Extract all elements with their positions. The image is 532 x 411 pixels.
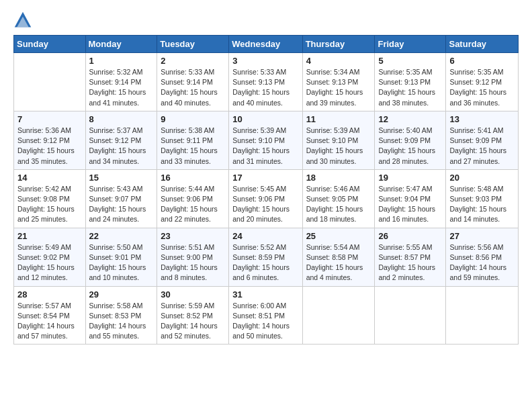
day-info: Sunrise: 5:44 AM Sunset: 9:06 PM Dayligh… (161, 184, 225, 225)
weekday-header-thursday: Thursday (302, 36, 375, 53)
day-number: 8 (89, 114, 154, 124)
calendar-cell: 5Sunrise: 5:35 AM Sunset: 9:13 PM Daylig… (375, 53, 446, 111)
week-row-4: 21Sunrise: 5:49 AM Sunset: 9:02 PM Dayli… (14, 228, 519, 286)
day-number: 15 (89, 173, 154, 183)
day-info: Sunrise: 5:46 AM Sunset: 9:05 PM Dayligh… (306, 184, 371, 225)
day-info: Sunrise: 5:47 AM Sunset: 9:04 PM Dayligh… (378, 184, 442, 225)
day-info: Sunrise: 5:41 AM Sunset: 9:09 PM Dayligh… (449, 126, 515, 167)
day-info: Sunrise: 5:34 AM Sunset: 9:13 PM Dayligh… (306, 67, 371, 108)
calendar-cell: 14Sunrise: 5:42 AM Sunset: 9:08 PM Dayli… (14, 169, 86, 228)
week-row-3: 14Sunrise: 5:42 AM Sunset: 9:08 PM Dayli… (14, 169, 519, 228)
calendar-cell: 7Sunrise: 5:36 AM Sunset: 9:12 PM Daylig… (14, 111, 86, 169)
calendar-cell: 10Sunrise: 5:39 AM Sunset: 9:10 PM Dayli… (229, 111, 302, 169)
week-row-2: 7Sunrise: 5:36 AM Sunset: 9:12 PM Daylig… (14, 111, 519, 169)
day-number: 14 (17, 173, 82, 183)
day-info: Sunrise: 5:42 AM Sunset: 9:08 PM Dayligh… (17, 184, 82, 225)
day-number: 3 (232, 56, 298, 66)
day-info: Sunrise: 5:37 AM Sunset: 9:12 PM Dayligh… (89, 126, 154, 167)
calendar-cell: 17Sunrise: 5:45 AM Sunset: 9:06 PM Dayli… (229, 169, 302, 228)
calendar-cell: 21Sunrise: 5:49 AM Sunset: 9:02 PM Dayli… (14, 228, 86, 286)
day-info: Sunrise: 5:58 AM Sunset: 8:53 PM Dayligh… (89, 301, 154, 342)
day-info: Sunrise: 5:35 AM Sunset: 9:13 PM Dayligh… (378, 67, 442, 108)
day-number: 12 (378, 114, 442, 124)
logo (13, 11, 35, 30)
calendar-cell: 9Sunrise: 5:38 AM Sunset: 9:11 PM Daylig… (157, 111, 229, 169)
day-info: Sunrise: 5:40 AM Sunset: 9:09 PM Dayligh… (378, 126, 442, 167)
day-info: Sunrise: 5:56 AM Sunset: 8:56 PM Dayligh… (449, 242, 515, 283)
calendar-cell (302, 286, 375, 345)
calendar-cell: 6Sunrise: 5:35 AM Sunset: 9:12 PM Daylig… (446, 53, 519, 111)
weekday-header-monday: Monday (85, 36, 157, 53)
weekday-header-row: SundayMondayTuesdayWednesdayThursdayFrid… (14, 36, 519, 53)
calendar-cell: 16Sunrise: 5:44 AM Sunset: 9:06 PM Dayli… (157, 169, 229, 228)
day-info: Sunrise: 5:55 AM Sunset: 8:57 PM Dayligh… (378, 242, 442, 283)
day-number: 25 (306, 231, 371, 241)
calendar-cell: 25Sunrise: 5:54 AM Sunset: 8:58 PM Dayli… (302, 228, 375, 286)
day-info: Sunrise: 5:49 AM Sunset: 9:02 PM Dayligh… (17, 242, 82, 283)
day-info: Sunrise: 5:38 AM Sunset: 9:11 PM Dayligh… (161, 126, 225, 167)
calendar-cell: 12Sunrise: 5:40 AM Sunset: 9:09 PM Dayli… (375, 111, 446, 169)
calendar-cell: 2Sunrise: 5:33 AM Sunset: 9:14 PM Daylig… (157, 53, 229, 111)
day-number: 29 (89, 289, 154, 300)
day-info: Sunrise: 5:54 AM Sunset: 8:58 PM Dayligh… (306, 242, 371, 283)
day-number: 13 (449, 114, 515, 124)
calendar-cell: 4Sunrise: 5:34 AM Sunset: 9:13 PM Daylig… (302, 53, 375, 111)
day-number: 24 (232, 231, 298, 241)
calendar-cell: 13Sunrise: 5:41 AM Sunset: 9:09 PM Dayli… (446, 111, 519, 169)
calendar-cell: 15Sunrise: 5:43 AM Sunset: 9:07 PM Dayli… (85, 169, 157, 228)
day-info: Sunrise: 5:39 AM Sunset: 9:10 PM Dayligh… (306, 126, 371, 167)
day-info: Sunrise: 5:32 AM Sunset: 9:14 PM Dayligh… (89, 67, 154, 108)
calendar-cell: 24Sunrise: 5:52 AM Sunset: 8:59 PM Dayli… (229, 228, 302, 286)
weekday-header-sunday: Sunday (14, 36, 86, 53)
day-info: Sunrise: 5:51 AM Sunset: 9:00 PM Dayligh… (161, 242, 225, 283)
day-info: Sunrise: 5:33 AM Sunset: 9:13 PM Dayligh… (232, 67, 298, 108)
day-number: 7 (17, 114, 82, 124)
day-info: Sunrise: 5:33 AM Sunset: 9:14 PM Dayligh… (161, 67, 225, 108)
day-info: Sunrise: 5:50 AM Sunset: 9:01 PM Dayligh… (89, 242, 154, 283)
calendar-cell (446, 286, 519, 345)
calendar-cell: 11Sunrise: 5:39 AM Sunset: 9:10 PM Dayli… (302, 111, 375, 169)
day-number: 11 (306, 114, 371, 124)
day-number: 18 (306, 173, 371, 183)
day-info: Sunrise: 5:43 AM Sunset: 9:07 PM Dayligh… (89, 184, 154, 225)
day-number: 17 (232, 173, 298, 183)
calendar-cell: 29Sunrise: 5:58 AM Sunset: 8:53 PM Dayli… (85, 286, 157, 345)
header (13, 11, 519, 30)
week-row-1: 1Sunrise: 5:32 AM Sunset: 9:14 PM Daylig… (14, 53, 519, 111)
page: SundayMondayTuesdayWednesdayThursdayFrid… (0, 0, 532, 355)
calendar-cell (14, 53, 86, 111)
day-number: 9 (161, 114, 225, 124)
day-number: 10 (232, 114, 298, 124)
generalblue-logo-icon (13, 11, 32, 30)
day-info: Sunrise: 5:52 AM Sunset: 8:59 PM Dayligh… (232, 242, 298, 283)
day-number: 20 (449, 173, 515, 183)
weekday-header-tuesday: Tuesday (157, 36, 229, 53)
calendar-table: SundayMondayTuesdayWednesdayThursdayFrid… (13, 35, 519, 345)
day-number: 23 (161, 231, 225, 241)
day-number: 16 (161, 173, 225, 183)
day-number: 31 (232, 289, 298, 300)
calendar-cell: 1Sunrise: 5:32 AM Sunset: 9:14 PM Daylig… (85, 53, 157, 111)
calendar-cell: 3Sunrise: 5:33 AM Sunset: 9:13 PM Daylig… (229, 53, 302, 111)
day-number: 5 (378, 56, 442, 66)
calendar-cell: 18Sunrise: 5:46 AM Sunset: 9:05 PM Dayli… (302, 169, 375, 228)
day-number: 27 (449, 231, 515, 241)
day-number: 26 (378, 231, 442, 241)
calendar-cell (375, 286, 446, 345)
day-info: Sunrise: 5:59 AM Sunset: 8:52 PM Dayligh… (161, 301, 225, 342)
weekday-header-friday: Friday (375, 36, 446, 53)
calendar-cell: 8Sunrise: 5:37 AM Sunset: 9:12 PM Daylig… (85, 111, 157, 169)
day-number: 22 (89, 231, 154, 241)
calendar-cell: 23Sunrise: 5:51 AM Sunset: 9:00 PM Dayli… (157, 228, 229, 286)
weekday-header-wednesday: Wednesday (229, 36, 302, 53)
day-number: 6 (449, 56, 515, 66)
week-row-5: 28Sunrise: 5:57 AM Sunset: 8:54 PM Dayli… (14, 286, 519, 345)
day-number: 1 (89, 56, 154, 66)
day-info: Sunrise: 6:00 AM Sunset: 8:51 PM Dayligh… (232, 301, 298, 342)
weekday-header-saturday: Saturday (446, 36, 519, 53)
day-info: Sunrise: 5:36 AM Sunset: 9:12 PM Dayligh… (17, 126, 82, 167)
day-info: Sunrise: 5:57 AM Sunset: 8:54 PM Dayligh… (17, 301, 82, 342)
calendar-cell: 30Sunrise: 5:59 AM Sunset: 8:52 PM Dayli… (157, 286, 229, 345)
calendar-cell: 26Sunrise: 5:55 AM Sunset: 8:57 PM Dayli… (375, 228, 446, 286)
calendar-cell: 20Sunrise: 5:48 AM Sunset: 9:03 PM Dayli… (446, 169, 519, 228)
